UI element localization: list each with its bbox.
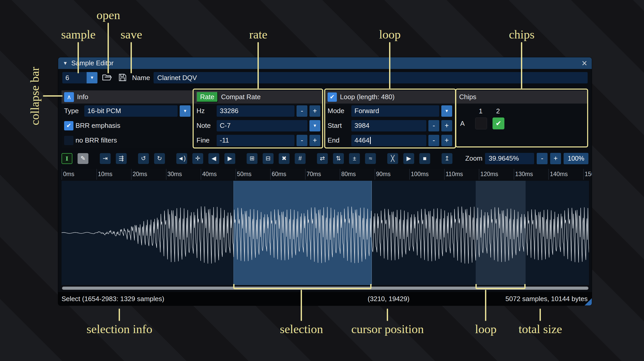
toolbar-group: ◄)✛◀▶ bbox=[176, 153, 235, 164]
type-value: 16-bit PCM bbox=[87, 107, 121, 115]
reverse-icon[interactable]: ⇄ bbox=[317, 153, 328, 164]
chip-2-checkbox[interactable]: ✔ bbox=[493, 117, 504, 129]
preview-icon[interactable]: ▶ bbox=[403, 153, 414, 164]
ruler-label: 30ms bbox=[168, 171, 182, 178]
draw-mode-icon[interactable]: ✎ bbox=[78, 153, 88, 164]
rate-mode-button[interactable]: Rate bbox=[196, 92, 218, 102]
ruler-label: 90ms bbox=[376, 171, 391, 178]
delete-icon[interactable]: ✖ bbox=[279, 153, 290, 164]
loop-enable-checkbox[interactable]: ✔ bbox=[328, 92, 337, 102]
resize-icon[interactable]: ⇥ bbox=[100, 153, 111, 164]
resample-icon[interactable]: ⇶ bbox=[116, 153, 127, 164]
sample-number-dropdown-icon[interactable]: ▼ bbox=[87, 72, 97, 83]
window-collapse-icon[interactable]: ▼ bbox=[63, 60, 68, 66]
loop-start-plus-button[interactable]: + bbox=[441, 120, 452, 131]
loop-end-value: 4464 bbox=[354, 136, 369, 144]
loop-mode-select[interactable]: Forward bbox=[351, 105, 439, 117]
time-ruler[interactable]: 0ms10ms20ms30ms40ms50ms60ms70ms80ms90ms1… bbox=[62, 169, 592, 180]
invert-icon[interactable]: ⇅ bbox=[333, 153, 344, 164]
ruler-tick bbox=[340, 169, 340, 180]
crossfade-icon[interactable]: ╳ bbox=[387, 153, 398, 164]
normalize-icon[interactable]: ✛ bbox=[192, 153, 203, 164]
amplify-icon[interactable]: ◄) bbox=[176, 153, 187, 164]
annotation-label-selection: selection bbox=[280, 322, 323, 336]
sample-toolbar: I✎⇥⇶↺↻◄)✛◀▶⊞⊟✖#⇄⇅±≈╳▶■↥ Zoom 39.9645% - … bbox=[62, 152, 588, 165]
type-label: Type bbox=[64, 107, 82, 115]
title-bar[interactable]: ▼ Sample Editor × bbox=[58, 57, 592, 69]
fine-plus-button[interactable]: + bbox=[309, 135, 320, 146]
annotation-label-save: save bbox=[120, 27, 142, 41]
apply-silence-icon[interactable]: ⊟ bbox=[263, 153, 274, 164]
loop-mode-dropdown-icon[interactable]: ▼ bbox=[441, 105, 452, 117]
note-value: C-7 bbox=[220, 122, 231, 130]
sample-header-row: 6 ▼ Name Clarinet DQV bbox=[58, 69, 592, 87]
check-icon: ✔ bbox=[330, 93, 335, 100]
ruler-tick bbox=[479, 169, 479, 180]
redo-icon[interactable]: ↻ bbox=[154, 153, 165, 164]
loop-start-label: Start bbox=[328, 122, 349, 130]
zoom-in-button[interactable]: + bbox=[550, 153, 561, 164]
undo-icon[interactable]: ↺ bbox=[138, 153, 149, 164]
fade-out-icon[interactable]: ▶ bbox=[224, 153, 235, 164]
loop-start-input[interactable]: 3984 bbox=[351, 120, 426, 131]
ruler-label: 130ms bbox=[515, 171, 533, 178]
stop-preview-icon[interactable]: ■ bbox=[419, 153, 430, 164]
no-brr-filters-label: no BRR filters bbox=[75, 136, 117, 144]
edit-mode-icon[interactable]: I bbox=[62, 153, 72, 164]
type-dropdown-icon[interactable]: ▼ bbox=[180, 105, 191, 117]
loop-end-input[interactable]: 4464 bbox=[351, 135, 426, 146]
ruler-tick bbox=[96, 169, 97, 180]
name-label: Name bbox=[132, 74, 150, 82]
chip-1-checkbox[interactable] bbox=[475, 117, 487, 129]
filter-icon[interactable]: ≈ bbox=[365, 153, 376, 164]
loop-end-minus-button[interactable]: - bbox=[428, 135, 439, 146]
zoom-input[interactable]: 39.9645% bbox=[485, 153, 534, 164]
fade-in-icon[interactable]: ◀ bbox=[208, 153, 219, 164]
hz-label: Hz bbox=[196, 107, 215, 115]
status-bar: Select (1654-2983: 1329 samples) (3210, … bbox=[58, 292, 592, 305]
info-section: ∧ Info Type 16-bit PCM ▼ ✔ BRR emphasis … bbox=[62, 90, 193, 148]
insert-silence-icon[interactable]: ⊞ bbox=[247, 153, 257, 164]
annotation-line-collapse-bar bbox=[43, 95, 63, 97]
brr-emphasis-checkbox[interactable]: ✔ bbox=[64, 121, 73, 130]
toolbar-group: ⊞⊟✖# bbox=[247, 153, 306, 164]
waveform-display[interactable] bbox=[62, 181, 589, 285]
zoom-reset-button[interactable]: 100% bbox=[564, 153, 588, 164]
chips-section: Chips 1 2 A ✔ bbox=[457, 90, 588, 148]
hz-plus-button[interactable]: + bbox=[309, 105, 320, 117]
annotation-line-chips bbox=[521, 42, 522, 89]
note-select[interactable]: C-7 bbox=[217, 120, 307, 131]
sample-name-input[interactable]: Clarinet DQV bbox=[154, 72, 588, 83]
trim-icon[interactable]: # bbox=[295, 153, 306, 164]
ruler-tick bbox=[166, 169, 166, 180]
loop-start-minus-button[interactable]: - bbox=[428, 120, 439, 131]
total-size-text: 5072 samples, 10144 bytes bbox=[505, 295, 588, 303]
create-instrument-icon[interactable]: ↥ bbox=[442, 153, 452, 164]
toolbar-group: ⇄⇅±≈ bbox=[317, 153, 376, 164]
fine-minus-button[interactable]: - bbox=[297, 135, 307, 146]
fine-input[interactable]: -11 bbox=[217, 135, 294, 146]
toolbar-group: ╳▶■ bbox=[387, 153, 430, 164]
open-sample-button[interactable] bbox=[101, 72, 113, 84]
toolbar-group: I✎ bbox=[62, 153, 88, 164]
save-sample-button[interactable] bbox=[117, 72, 128, 84]
no-brr-filters-checkbox[interactable] bbox=[64, 136, 73, 145]
type-select[interactable]: 16-bit PCM bbox=[84, 105, 178, 117]
loop-start-value: 3984 bbox=[354, 122, 369, 130]
loop-end-plus-button[interactable]: + bbox=[441, 135, 452, 146]
hz-input[interactable]: 33286 bbox=[217, 105, 294, 117]
note-dropdown-icon[interactable]: ▼ bbox=[309, 120, 320, 131]
ruler-tick bbox=[236, 169, 236, 180]
sign-icon[interactable]: ± bbox=[349, 153, 360, 164]
sample-number-combo[interactable]: 6 ▼ bbox=[62, 72, 97, 83]
ruler-label: 10ms bbox=[98, 171, 112, 178]
hz-minus-button[interactable]: - bbox=[297, 105, 307, 117]
info-collapse-button[interactable]: ∧ bbox=[64, 92, 74, 102]
ruler-label: 20ms bbox=[133, 171, 147, 178]
zoom-out-button[interactable]: - bbox=[537, 153, 548, 164]
resize-grip[interactable] bbox=[585, 298, 592, 305]
close-button[interactable]: × bbox=[582, 59, 587, 68]
toolbar-icon-groups: I✎⇥⇶↺↻◄)✛◀▶⊞⊟✖#⇄⇅±≈╳▶■↥ bbox=[62, 153, 452, 164]
ruler-tick bbox=[270, 169, 271, 180]
annotation-line-selection bbox=[301, 290, 302, 321]
